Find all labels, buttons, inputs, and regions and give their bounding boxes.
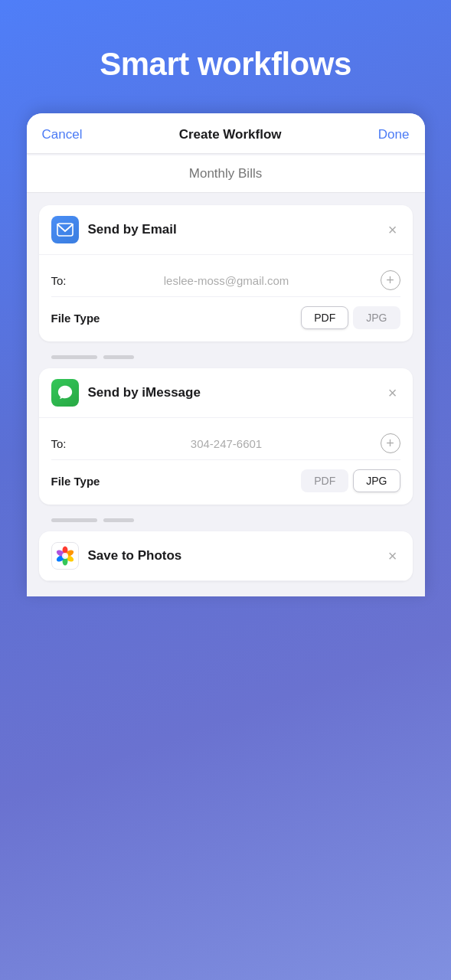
email-pdf-button[interactable]: PDF [301,306,348,329]
svg-rect-1 [57,224,73,236]
imessage-icon [57,384,74,401]
svg-point-8 [62,553,68,559]
done-button[interactable]: Done [378,127,410,142]
email-card-header: Send by Email × [39,205,413,255]
email-close-button[interactable]: × [385,220,400,239]
photos-card-header: Save to Photos × [39,531,413,581]
imessage-to-value: 304-247-6601 [73,437,381,450]
drag-dot-sm-2 [103,518,134,522]
imessage-card-title: Send by iMessage [88,385,376,400]
photos-icon-container [51,542,79,570]
photos-card: Save to Photos × [39,531,413,581]
drag-dot-sm [103,355,134,359]
drag-dot-2 [51,518,97,522]
email-to-row: To: leslee-moss@gmail.com + [51,264,400,297]
nav-title: Create Workflow [179,127,282,142]
email-file-type-row: File Type PDF JPG [51,306,400,329]
imessage-add-recipient-button[interactable]: + [381,433,400,453]
drag-dot [51,355,97,359]
email-icon-container [51,216,79,243]
imessage-icon-container [51,379,79,407]
email-file-type-buttons: PDF JPG [301,306,400,329]
email-card-title: Send by Email [88,222,376,237]
imessage-card: Send by iMessage × To: 304-247-6601 + Fi… [39,368,413,505]
cancel-button[interactable]: Cancel [42,127,83,142]
photos-icon [54,545,76,567]
imessage-close-button[interactable]: × [385,384,400,402]
page-title: Smart workflows [27,46,425,83]
photos-close-button[interactable]: × [385,547,400,565]
email-to-value: leslee-moss@gmail.com [73,274,381,287]
nav-bar: Cancel Create Workflow Done [27,113,425,154]
photos-card-title: Save to Photos [88,548,376,564]
workflow-name-section [27,155,425,193]
svg-rect-0 [57,223,74,237]
modal-sheet: Cancel Create Workflow Done [27,113,425,596]
imessage-file-type-row: File Type PDF JPG [51,469,400,492]
drag-handle-2 [39,514,413,522]
imessage-jpg-button[interactable]: JPG [353,469,400,492]
email-icon [57,221,74,238]
email-jpg-button[interactable]: JPG [353,306,400,329]
imessage-card-header: Send by iMessage × [39,368,413,418]
imessage-to-label: To: [51,437,67,450]
email-file-type-label: File Type [51,312,100,325]
imessage-card-body: To: 304-247-6601 + File Type PDF JPG [39,418,413,505]
imessage-file-type-label: File Type [51,475,100,488]
title-area: Smart workflows [27,46,425,83]
imessage-to-row: To: 304-247-6601 + [51,427,400,460]
email-card: Send by Email × To: leslee-moss@gmail.co… [39,205,413,341]
email-to-label: To: [51,274,67,287]
email-add-recipient-button[interactable]: + [381,270,400,290]
workflow-name-input[interactable] [42,166,410,181]
email-card-body: To: leslee-moss@gmail.com + File Type PD… [39,255,413,341]
imessage-file-type-buttons: PDF JPG [301,469,400,492]
content-area: Send by Email × To: leslee-moss@gmail.co… [27,193,425,596]
imessage-pdf-button[interactable]: PDF [301,469,348,492]
drag-handle-1 [39,351,413,359]
phone-wrapper: Smart workflows Cancel Create Workflow D… [27,46,425,596]
